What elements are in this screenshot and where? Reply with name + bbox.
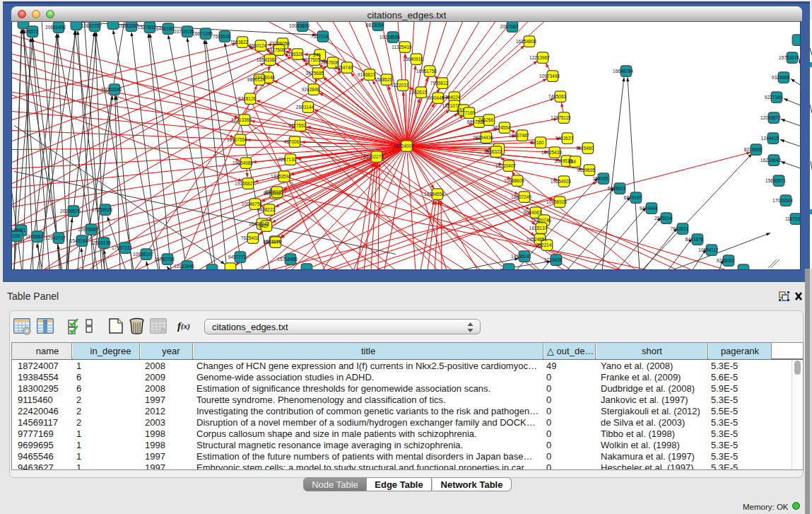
svg-text:7632621: 7632621 — [671, 226, 689, 231]
svg-text:10046758: 10046758 — [242, 201, 262, 206]
svg-text:1244415: 1244415 — [761, 136, 779, 141]
svg-text:9329966: 9329966 — [772, 75, 790, 80]
svg-text:8878335: 8878335 — [265, 189, 283, 194]
svg-text:252214: 252214 — [536, 243, 552, 247]
svg-text:6914479: 6914479 — [264, 240, 282, 245]
svg-text:9322037: 9322037 — [391, 83, 409, 88]
svg-text:23226058: 23226058 — [269, 41, 290, 46]
svg-text:1615137: 1615137 — [529, 226, 548, 230]
svg-text:7986322: 7986322 — [484, 149, 502, 154]
svg-text:746266: 746266 — [478, 117, 494, 122]
svg-text:9242848: 9242848 — [302, 87, 320, 92]
svg-text:19654923: 19654923 — [551, 179, 571, 184]
svg-text:1362615: 1362615 — [409, 90, 428, 95]
svg-text:8660124: 8660124 — [249, 43, 267, 48]
svg-text:8186328: 8186328 — [286, 52, 304, 57]
svg-text:20691406: 20691406 — [45, 25, 66, 30]
svg-text:7625402: 7625402 — [241, 235, 259, 240]
svg-text:6794024: 6794024 — [442, 95, 461, 100]
svg-text:17957223: 17957223 — [112, 245, 132, 250]
svg-text:10837757: 10837757 — [81, 23, 102, 28]
svg-text:1527602: 1527602 — [138, 25, 156, 30]
svg-text:9463627: 9463627 — [555, 136, 574, 141]
svg-text:8215955: 8215955 — [744, 147, 763, 152]
svg-text:546: 546 — [313, 52, 321, 57]
svg-text:17359928: 17359928 — [92, 207, 112, 212]
svg-text:10033809: 10033809 — [289, 23, 310, 28]
svg-text:12093872: 12093872 — [760, 115, 781, 120]
svg-text:10654112: 10654112 — [698, 247, 719, 252]
svg-text:9489: 9489 — [258, 223, 269, 228]
svg-text:16782759: 16782759 — [154, 257, 175, 262]
svg-text:16648784: 16648784 — [613, 69, 633, 74]
svg-text:12213369: 12213369 — [231, 117, 252, 122]
svg-text:8454749: 8454749 — [335, 65, 353, 70]
svg-text:39159: 39159 — [12, 233, 20, 238]
svg-text:20206576: 20206576 — [60, 209, 81, 214]
svg-text:7357214: 7357214 — [311, 34, 329, 39]
svg-text:10653267: 10653267 — [118, 23, 139, 28]
svg-text:12975115: 12975115 — [551, 115, 571, 120]
svg-text:16120746: 16120746 — [531, 218, 551, 223]
svg-text:9427552: 9427552 — [288, 123, 307, 128]
svg-text:9457771: 9457771 — [228, 255, 247, 259]
svg-text:884: 884 — [568, 159, 576, 164]
svg-text:8813054: 8813054 — [366, 23, 384, 28]
svg-text:6879197: 6879197 — [624, 195, 642, 200]
svg-text:11325419: 11325419 — [392, 45, 412, 49]
svg-text:2718126: 2718126 — [238, 96, 257, 101]
svg-text:18724007: 18724007 — [394, 144, 414, 148]
svg-text:6466160: 6466160 — [156, 26, 175, 31]
svg-text:9327505: 9327505 — [302, 57, 321, 62]
svg-text:1588520: 1588520 — [375, 77, 393, 82]
svg-text:13353594: 13353594 — [271, 174, 291, 179]
svg-text:19654983: 19654983 — [233, 160, 253, 165]
svg-text:8471676: 8471676 — [686, 237, 704, 242]
svg-text:9245052: 9245052 — [717, 258, 735, 263]
svg-text:9227349: 9227349 — [765, 95, 783, 100]
svg-text:116753: 116753 — [785, 216, 801, 221]
svg-text:16543382: 16543382 — [257, 57, 277, 62]
svg-text:19384554: 19384554 — [424, 192, 445, 197]
svg-text:1733426: 1733426 — [544, 257, 563, 262]
svg-text:9146821: 9146821 — [358, 72, 376, 77]
svg-text:25302273: 25302273 — [363, 154, 384, 159]
svg-text:12213967: 12213967 — [529, 55, 550, 60]
svg-text:5938923: 5938923 — [608, 186, 626, 191]
svg-text:10973493: 10973493 — [539, 74, 560, 78]
svg-text:10975887: 10975887 — [78, 227, 98, 232]
svg-text:12923446: 12923446 — [174, 264, 194, 269]
svg-text:9699695: 9699695 — [577, 168, 596, 173]
svg-text:19524851: 19524851 — [526, 237, 547, 242]
svg-text:19218506: 19218506 — [379, 35, 400, 40]
svg-text:10756928: 10756928 — [546, 199, 567, 204]
svg-text:12942737: 12942737 — [45, 235, 66, 240]
svg-text:7485063: 7485063 — [548, 94, 567, 99]
svg-text:16154808: 16154808 — [516, 39, 536, 44]
svg-text:15692971: 15692971 — [765, 178, 786, 183]
svg-text:417006: 417006 — [284, 139, 300, 144]
svg-text:15720407: 15720407 — [495, 163, 516, 168]
svg-text:9777169: 9777169 — [457, 110, 476, 115]
svg-text:16210643: 16210643 — [760, 158, 781, 163]
svg-text:164095: 164095 — [593, 176, 608, 181]
svg-text:(x): (x) — [181, 322, 190, 331]
svg-text:9474444: 9474444 — [640, 206, 658, 211]
svg-text:9890124: 9890124 — [247, 77, 266, 82]
svg-text:15640910: 15640910 — [403, 57, 423, 62]
svg-text:9084067: 9084067 — [524, 210, 542, 215]
svg-text:9327508: 9327508 — [267, 47, 286, 52]
svg-text:16107554: 16107554 — [227, 137, 247, 142]
svg-text:62160: 62160 — [531, 140, 543, 145]
svg-text:7663822: 7663822 — [230, 40, 249, 45]
svg-text:3675685: 3675685 — [306, 71, 324, 76]
svg-text:19166827: 19166827 — [235, 181, 255, 186]
svg-text:2603144: 2603144 — [296, 105, 314, 110]
svg-text:1115682: 1115682 — [25, 234, 43, 239]
svg-text:14136141: 14136141 — [511, 254, 531, 259]
svg-text:16961758: 16961758 — [416, 69, 437, 74]
svg-text:10807487: 10807487 — [509, 133, 529, 138]
svg-text:15751074: 15751074 — [779, 55, 799, 60]
svg-text:9498222: 9498222 — [257, 207, 276, 212]
svg-text:10025433: 10025433 — [541, 150, 562, 155]
